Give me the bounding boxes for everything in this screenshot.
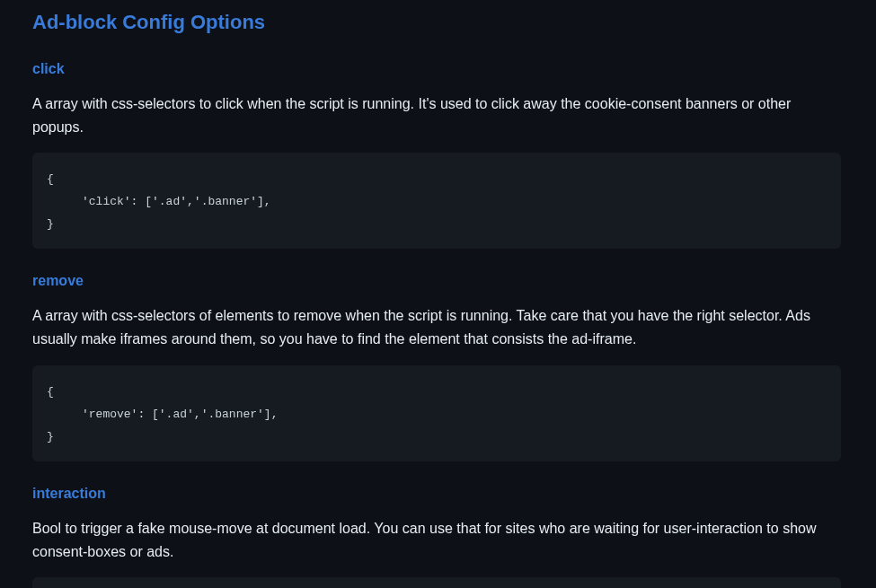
section-heading-interaction: interaction xyxy=(32,483,841,505)
document-content: Ad-block Config Options click A array wi… xyxy=(32,7,841,588)
section-description-click: A array with css-selectors to click when… xyxy=(32,92,841,138)
code-content-click: { 'click': ['.ad','.banner'], } xyxy=(47,172,271,231)
code-block-click: { 'click': ['.ad','.banner'], } xyxy=(32,153,841,249)
section-description-remove: A array with css-selectors of elements t… xyxy=(32,304,841,350)
code-block-interaction: { 'interaction': true, // or false } xyxy=(32,577,841,588)
code-block-remove: { 'remove': ['.ad','.banner'], } xyxy=(32,365,841,461)
section-heading-click: click xyxy=(32,58,841,80)
code-content-remove: { 'remove': ['.ad','.banner'], } xyxy=(47,385,278,443)
section-description-interaction: Bool to trigger a fake mouse-move at doc… xyxy=(32,517,841,563)
page-title: Ad-block Config Options xyxy=(32,7,841,37)
section-heading-remove: remove xyxy=(32,270,841,292)
